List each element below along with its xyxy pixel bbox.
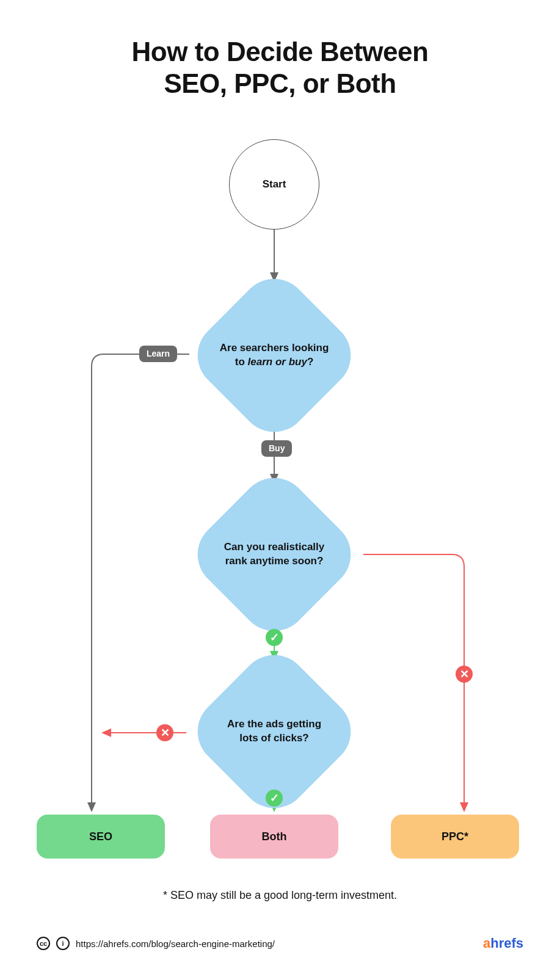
outcome-ppc: PPC*	[391, 815, 519, 859]
by-icon: i	[56, 937, 70, 950]
check-icon: ✓	[266, 629, 283, 646]
outcome-seo: SEO	[37, 815, 165, 859]
edge-label-buy: Buy	[261, 440, 292, 457]
decision-can-rank-text: Can you realistically rank anytime soon?	[219, 540, 329, 568]
decision-learn-or-buy: Are searchers looking to learn or buy?	[184, 265, 365, 446]
decision-ads-clicks-text: Are the ads getting lots of clicks?	[219, 717, 329, 746]
footer-left: cc i https://ahrefs.com/blog/search-engi…	[37, 937, 275, 950]
logo-rest: hrefs	[490, 935, 523, 951]
check-icon: ✓	[266, 790, 283, 807]
d1-suffix: ?	[307, 356, 313, 368]
decision-learn-or-buy-text: Are searchers looking to learn or buy?	[219, 341, 329, 369]
source-url: https://ahrefs.com/blog/search-engine-ma…	[76, 939, 275, 949]
footer: cc i https://ahrefs.com/blog/search-engi…	[37, 935, 523, 951]
logo-a: a	[483, 935, 490, 951]
decision-can-rank: Can you realistically rank anytime soon?	[184, 464, 365, 645]
d1-em: learn or buy	[248, 356, 307, 368]
page-title-line2: SEO, PPC, or Both	[0, 68, 560, 100]
edge-label-learn: Learn	[139, 346, 177, 362]
footnote: * SEO may still be a good long-term inve…	[0, 889, 560, 902]
start-node: Start	[229, 139, 319, 230]
cc-icon: cc	[37, 937, 50, 950]
flowchart: How to Decide Between SEO, PPC, or Both	[0, 0, 560, 977]
page-title-line1: How to Decide Between	[0, 37, 560, 68]
outcome-both: Both	[210, 815, 338, 859]
ahrefs-logo: ahrefs	[483, 935, 523, 951]
start-label: Start	[263, 178, 286, 191]
x-icon: ✕	[156, 724, 173, 741]
x-icon: ✕	[456, 666, 473, 683]
